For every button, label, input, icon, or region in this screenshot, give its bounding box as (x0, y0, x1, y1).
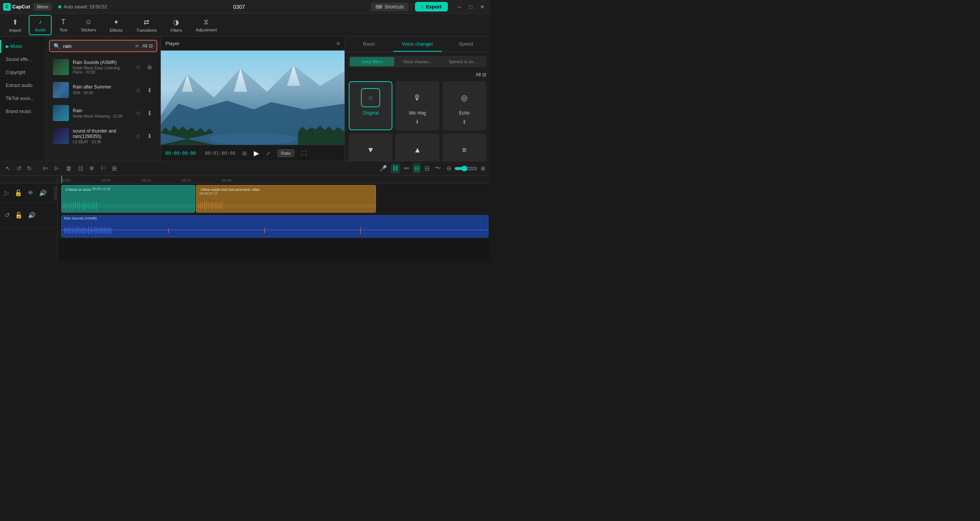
music-item[interactable]: Rain Sounds (ASMR) Noble Music Easy List… (49, 56, 157, 78)
fit-button[interactable]: ⤢ (264, 149, 273, 157)
subtitle-button[interactable]: ⊟ (423, 163, 431, 174)
favorite-button[interactable]: ☆ (134, 131, 142, 141)
more-button[interactable]: ⊞ (109, 163, 119, 174)
fullscreen-button[interactable]: ⛶ (299, 149, 309, 157)
all-voice-filters-button[interactable]: All ⊟ (476, 72, 486, 77)
freeze-button[interactable]: ❄ (87, 163, 96, 174)
zoom-slider-input[interactable] (454, 165, 477, 172)
time-total: 00:01:00:00 (205, 151, 235, 156)
grid-view-button[interactable]: ⊞ (240, 149, 249, 157)
video-track-expand[interactable]: ▷ (3, 188, 11, 198)
tool-adjustment[interactable]: ⧖ Adjustment (189, 15, 223, 35)
video-clip-maple[interactable]: Yellow maple leaf real panoramic video 0… (196, 185, 376, 213)
tab-speed[interactable]: Speed (442, 37, 490, 52)
undo-button[interactable]: ↺ (14, 163, 24, 174)
filter-deep[interactable]: ≡ Deep ⬇ (443, 133, 486, 161)
delete-button[interactable]: 🗑 (64, 164, 74, 174)
music-item[interactable]: Rain after Summer 羽钟 · 05:45 ☆ ⬇ (49, 79, 157, 101)
waveform-button[interactable]: 〜 (433, 163, 443, 174)
crop-button[interactable]: ⊡ (76, 163, 85, 174)
filter-echo[interactable]: ◎ Echo ⬇ (443, 81, 486, 130)
link-button[interactable]: ⛓ (391, 164, 400, 174)
echo-icon: ◎ (455, 88, 474, 107)
select-tool-button[interactable]: ↖ (3, 163, 13, 174)
download-button[interactable]: ⬇ (145, 108, 154, 118)
all-filter-button[interactable]: All ⊟ (142, 43, 153, 49)
search-input[interactable] (63, 43, 132, 49)
music-item[interactable]: sound of thunder and rain(1298355) LD BE… (49, 125, 157, 147)
favorite-button[interactable]: ☆ (134, 108, 142, 118)
download-button[interactable]: ⬇ (145, 131, 154, 141)
search-clear-button[interactable]: ✕ (135, 43, 139, 49)
menu-button[interactable]: Menu (33, 3, 52, 11)
minimize-button[interactable]: ─ (456, 3, 464, 11)
audio-track-rotate[interactable]: ↺ (3, 210, 11, 220)
video-track-lock[interactable]: 🔓 (13, 188, 24, 198)
ratio-button[interactable]: Ratio (278, 149, 294, 157)
music-info: sound of thunder and rain(1298355) LD BE… (73, 128, 130, 144)
subtab-speech-to-so[interactable]: Speech to so... (441, 57, 485, 66)
svg-rect-40 (219, 202, 220, 209)
shortcuts-button[interactable]: ⌨ Shortcuts (371, 3, 408, 11)
video-clip-forest[interactable]: A forest on snow 00:00:11:18 (61, 185, 195, 213)
audio-track-volume[interactable]: 🔊 (26, 210, 37, 220)
filter-original[interactable]: ○ Original (349, 81, 392, 130)
split-button[interactable]: ⊨ (41, 163, 51, 174)
close-button[interactable]: ✕ (478, 3, 487, 11)
sidebar-item-tiktok[interactable]: TikTok soun... (0, 92, 46, 105)
subtab-voice-charact[interactable]: Voice charact... (395, 57, 439, 66)
flag-button[interactable]: ⚐ (98, 163, 108, 174)
zoom-in-button[interactable]: ⊕ (479, 163, 487, 174)
sidebar-item-brand-music[interactable]: Brand music (0, 105, 46, 118)
sidebar-item-copyright[interactable]: Copyright (0, 66, 46, 79)
maximize-button[interactable]: □ (467, 3, 475, 11)
sidebar-item-music[interactable]: ▶ Music (0, 40, 46, 53)
tab-voice-changer[interactable]: Voice changer (393, 37, 441, 52)
filter-low[interactable]: ▼ Low ⬇ (349, 133, 392, 161)
favorite-button[interactable]: ☆ (134, 85, 142, 95)
redo-button[interactable]: ↻ (24, 163, 34, 174)
tool-import[interactable]: ⬆ Import (3, 15, 27, 36)
music-title: sound of thunder and rain(1298355) (73, 128, 130, 139)
filter-list-icon: ⊟ (482, 72, 486, 77)
export-button[interactable]: ↑ Export (415, 2, 448, 11)
add-button[interactable]: ⊕ (145, 62, 154, 72)
tool-stickers[interactable]: ☺ Stickers (75, 15, 102, 35)
filter-mic-hog[interactable]: 🎙 Mic Hog ⬇ (395, 81, 439, 130)
svg-rect-45 (67, 228, 68, 233)
svg-rect-9 (62, 204, 195, 208)
video-track-visibility[interactable]: 👁 (26, 188, 35, 198)
filter-high[interactable]: ▲ High ⬇ (395, 133, 439, 161)
sidebar-item-sound-effects[interactable]: Sound effe... (0, 53, 46, 66)
download-icon: ⬇ (415, 119, 420, 125)
split-audio-button[interactable]: ⊩ (52, 163, 62, 174)
music-thumbnail (53, 105, 69, 121)
sidebar-item-extract-audio[interactable]: Extract audio (0, 79, 46, 92)
svg-rect-51 (77, 228, 77, 234)
tool-audio[interactable]: ♪ Audio (29, 15, 52, 35)
filter-header: All ⊟ (349, 72, 486, 77)
tool-filters[interactable]: ◑ Filters (164, 15, 188, 36)
microphone-button[interactable]: 🎤 (378, 163, 389, 174)
play-button[interactable]: ▶ (254, 149, 259, 157)
tool-transitions[interactable]: ⇄ Transitions (130, 15, 163, 36)
player-menu-button[interactable]: ≡ (336, 40, 340, 47)
subtab-voice-filters[interactable]: Voice filters (350, 57, 394, 66)
audio-clip[interactable]: Rain Sounds (ASMR) // Generate waveform … (61, 215, 488, 238)
autosave-text: Auto saved: 19:50:52 (64, 4, 107, 10)
magnet-button[interactable]: ⚯ (402, 163, 410, 174)
audio-track-lock[interactable]: 🔓 (13, 210, 24, 220)
music-list: Rain Sounds (ASMR) Noble Music Easy List… (49, 56, 157, 158)
download-button[interactable]: ⬇ (145, 85, 154, 95)
video-track-volume[interactable]: 🔊 (38, 188, 48, 198)
app-name: CapCut (12, 4, 30, 10)
svg-rect-52 (79, 227, 79, 234)
tool-text[interactable]: T Text (53, 15, 73, 35)
playhead[interactable] (61, 176, 62, 183)
tool-effects[interactable]: ✦ Effects (104, 15, 129, 36)
music-item[interactable]: Rain Noble Music Relaxing · 01:00 ☆ ⬇ (49, 102, 157, 124)
tab-basic[interactable]: Basic (345, 37, 393, 52)
favorite-button[interactable]: ☆ (134, 62, 142, 72)
zoom-out-button[interactable]: ⊖ (445, 163, 453, 174)
snap-button[interactable]: ⊟ (413, 163, 421, 174)
